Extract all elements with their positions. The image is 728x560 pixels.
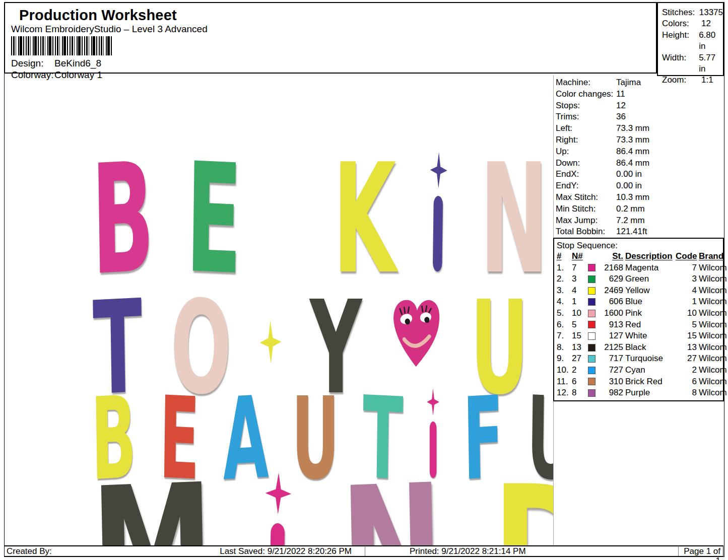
stop-sequence-row: 12. 8 982 Purple 8 Wilcom xyxy=(557,387,723,399)
artwork-item: N xyxy=(480,144,549,295)
thread-color-swatch xyxy=(588,355,595,363)
machine-info-value: 73.3 mm xyxy=(616,134,649,146)
stop-sequence-row: 11. 6 310 Brick Red 6 Wilcom xyxy=(557,376,723,388)
thread-color-swatch xyxy=(588,264,595,271)
row-brand: Wilcom xyxy=(699,296,727,308)
stop-sequence-row: 3. 4 2469 Yellow 4 Wilcom xyxy=(557,285,723,297)
row-description: Magenta xyxy=(625,262,674,274)
machine-info-value: 0.00 in xyxy=(616,169,642,180)
row-code: 7 xyxy=(676,262,697,274)
footer-bar: Created By: Last Saved: 9/21/2022 8:20:2… xyxy=(4,545,723,556)
row-stitches: 913 xyxy=(601,319,623,331)
stop-sequence-row: 5. 10 1600 Pink 10 Wilcom xyxy=(557,308,723,319)
machine-info-row: Machine: Tajima xyxy=(556,77,724,89)
stop-sequence-row: 6. 5 913 Red 5 Wilcom xyxy=(557,319,723,331)
row-brand: Wilcom xyxy=(699,319,727,331)
machine-info-label: EndX: xyxy=(556,169,616,180)
machine-info-panel: Machine: Tajima Color changes: 11 Stops:… xyxy=(556,77,724,238)
machine-info-value: 11 xyxy=(616,89,625,100)
col-brand: Brand xyxy=(699,251,727,262)
footer-cell-left: Created By: Last Saved: 9/21/2022 8:20:2… xyxy=(5,546,365,556)
design-row: Design: BeKind6_8 xyxy=(11,58,101,69)
machine-info-value: 121.41ft xyxy=(616,226,647,238)
row-needle: 27 xyxy=(572,353,586,365)
artwork-item: D xyxy=(492,463,553,545)
machine-info-value: 12 xyxy=(616,100,626,112)
row-needle: 15 xyxy=(572,330,586,342)
machine-info-label: Color changes: xyxy=(556,89,616,100)
row-code: 4 xyxy=(676,285,697,297)
row-brand: Wilcom xyxy=(699,262,727,274)
row-description: Blue xyxy=(625,296,674,308)
row-needle: 1 xyxy=(572,296,586,308)
machine-info-row: Left: 73.3 mm xyxy=(556,123,724,134)
machine-info-value: 0.2 mm xyxy=(616,203,645,215)
row-stitches: 310 xyxy=(601,376,623,388)
thread-color-swatch xyxy=(588,321,595,328)
machine-info-value: 86.4 mm xyxy=(616,158,649,169)
letter-i-with-sparkle xyxy=(428,152,449,272)
artwork-item: K xyxy=(333,144,396,295)
artwork-line-4: M N D xyxy=(91,463,553,545)
row-description: White xyxy=(625,330,674,342)
embroidered-letter: M xyxy=(90,460,216,545)
stat-label: Colors: xyxy=(662,18,701,29)
row-num: 3. xyxy=(557,285,570,297)
row-stitches: 727 xyxy=(601,365,623,376)
machine-info-label: Stops: xyxy=(556,100,616,112)
stop-sequence-header: # N# St. Description Code Brand xyxy=(557,251,723,262)
col-description: Description xyxy=(625,251,674,262)
created-by-label: Created By: xyxy=(7,546,52,556)
machine-info-row: Down: 86.4 mm xyxy=(556,158,724,169)
col-num: # xyxy=(557,251,570,262)
row-stitches: 1600 xyxy=(601,308,623,319)
row-description: Black xyxy=(625,342,674,354)
footer-cell-page: Page 1 of 1 xyxy=(678,546,723,556)
row-description: Yellow xyxy=(625,285,674,297)
machine-info-label: Trims: xyxy=(556,111,616,123)
machine-info-label: Min Stitch: xyxy=(556,203,616,215)
stat-row: Height: 6.80 in xyxy=(662,30,723,52)
artwork-item: N xyxy=(339,461,446,545)
row-brand: Wilcom xyxy=(699,285,727,297)
row-stitches: 629 xyxy=(601,273,623,285)
artwork-item: M xyxy=(90,460,216,545)
row-num: 9. xyxy=(557,353,570,365)
row-brand: Wilcom xyxy=(699,365,727,376)
row-description: Cyan xyxy=(625,365,674,376)
last-saved-text: Last Saved: 9/21/2022 8:20:26 PM xyxy=(220,546,352,556)
stop-sequence-box: Stop Sequence: # N# St. Description Code… xyxy=(553,238,724,401)
page-number-text: Page 1 of 1 xyxy=(684,546,720,560)
row-stitches: 2469 xyxy=(601,285,623,297)
machine-info-value: 0.00 in xyxy=(616,180,642,192)
thread-color-swatch xyxy=(588,332,595,340)
machine-info-value: 86.4 mm xyxy=(616,146,649,158)
machine-info-row: Color changes: 11 xyxy=(556,89,724,100)
machine-info-label: Max Jump: xyxy=(556,215,616,227)
stat-label: Stitches: xyxy=(662,7,699,18)
row-num: 7. xyxy=(557,330,570,342)
thread-color-swatch xyxy=(588,287,595,295)
row-stitches: 2168 xyxy=(601,262,623,274)
sparkle-icon xyxy=(430,152,447,189)
stop-sequence-row: 9. 27 717 Turquoise 27 Wilcom xyxy=(557,353,723,365)
thread-color-swatch xyxy=(588,378,595,385)
stat-value: 6.80 in xyxy=(699,30,723,52)
col-needle: N# xyxy=(572,251,586,262)
sparkle-icon xyxy=(265,472,292,515)
machine-info-label: EndY: xyxy=(556,180,616,192)
embroidered-letter: N xyxy=(339,461,446,545)
stat-value: 13375 xyxy=(699,7,723,18)
row-brand: Wilcom xyxy=(699,273,727,285)
app-subtitle: Wilcom EmbroideryStudio – Level 3 Advanc… xyxy=(11,24,208,35)
row-num: 10. xyxy=(557,365,570,376)
row-num: 12. xyxy=(557,387,570,399)
row-stitches: 717 xyxy=(601,353,623,365)
sparkle-icon xyxy=(427,388,439,415)
machine-info-value: 36 xyxy=(616,111,626,123)
letter-i-stem xyxy=(269,523,285,545)
row-stitches: 127 xyxy=(601,330,623,342)
machine-info-row: Right: 73.3 mm xyxy=(556,134,724,146)
row-num: 5. xyxy=(557,308,570,319)
machine-info-label: Up: xyxy=(556,146,616,158)
